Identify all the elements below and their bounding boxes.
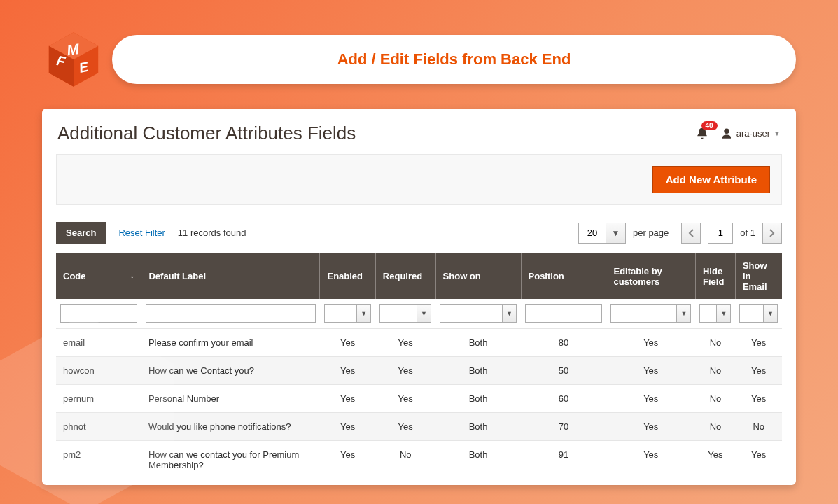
reset-filter-link[interactable]: Reset Filter	[118, 227, 165, 238]
cell-required: Yes	[375, 357, 435, 385]
chevron-down-icon: ▼	[677, 304, 691, 323]
chevron-down-icon: ▼	[357, 304, 371, 323]
page-size-input[interactable]	[578, 223, 606, 244]
col-header-email[interactable]: Show in Email	[735, 253, 782, 299]
filter-editable-select[interactable]: ▼	[610, 304, 692, 323]
filter-show-on-select[interactable]: ▼	[440, 304, 517, 323]
cell-email: Yes	[735, 357, 782, 385]
cell-hide: No	[695, 329, 735, 357]
chevron-down-icon: ▼	[417, 304, 431, 323]
svg-text:M: M	[66, 41, 81, 58]
cell-editable: Yes	[606, 329, 696, 357]
prev-page-button[interactable]	[681, 223, 701, 244]
cell-required: Yes	[375, 385, 435, 413]
cell-editable: Yes	[606, 413, 696, 441]
cell-editable: Yes	[606, 441, 696, 479]
search-button[interactable]: Search	[56, 222, 106, 244]
cell-email: No	[735, 413, 782, 441]
col-header-required[interactable]: Required	[375, 253, 435, 299]
col-header-show-on[interactable]: Show on	[435, 253, 521, 299]
fme-logo: M F E	[42, 28, 105, 91]
chevron-down-icon: ▼	[764, 304, 778, 323]
cell-enabled: Yes	[320, 329, 375, 357]
filter-required-select[interactable]: ▼	[379, 304, 431, 323]
cell-position: 80	[521, 329, 606, 357]
cell-email: Yes	[735, 329, 782, 357]
cell-position: 70	[521, 413, 606, 441]
cell-editable: Yes	[606, 357, 696, 385]
cell-required: Yes	[375, 413, 435, 441]
cell-enabled: Yes	[320, 357, 375, 385]
cell-show-on: Both	[435, 441, 521, 479]
watermark-logo	[0, 301, 196, 504]
cell-hide: No	[695, 357, 735, 385]
cell-hide: No	[695, 413, 735, 441]
notification-count: 40	[701, 121, 718, 130]
current-page-input[interactable]	[708, 223, 733, 244]
chevron-down-icon[interactable]: ▼	[606, 223, 626, 244]
cell-show-on: Both	[435, 357, 521, 385]
cell-email: Yes	[735, 385, 782, 413]
cell-enabled: Yes	[320, 413, 375, 441]
cell-editable: Yes	[606, 385, 696, 413]
cell-show-on: Both	[435, 385, 521, 413]
cell-show-on: Both	[435, 413, 521, 441]
filter-hide-select[interactable]: ▼	[699, 304, 731, 323]
filter-enabled-select[interactable]: ▼	[324, 304, 371, 323]
add-new-attribute-button[interactable]: Add New Attribute	[652, 166, 770, 193]
col-header-enabled[interactable]: Enabled	[320, 253, 375, 299]
col-header-editable[interactable]: Editable by customers	[606, 253, 696, 299]
grid-toolbar: Search Reset Filter 11 records found ▼ p…	[56, 222, 782, 244]
page-title: Additional Customer Attributes Fields	[57, 122, 356, 144]
cell-hide: No	[695, 385, 735, 413]
cell-enabled: Yes	[320, 385, 375, 413]
col-header-position[interactable]: Position	[521, 253, 606, 299]
svg-marker-0	[0, 314, 174, 504]
chevron-down-icon: ▼	[503, 304, 517, 323]
cell-required: Yes	[375, 329, 435, 357]
filter-position-input[interactable]	[525, 304, 602, 323]
banner-title-pill: Add / Edit Fields from Back End	[112, 35, 796, 84]
col-header-hide[interactable]: Hide Field	[695, 253, 735, 299]
cell-show-on: Both	[435, 329, 521, 357]
cell-enabled: Yes	[320, 441, 375, 479]
chevron-right-icon	[769, 229, 775, 237]
cell-position: 91	[521, 441, 606, 479]
notifications-button[interactable]: 40	[695, 127, 709, 141]
col-header-code[interactable]: Code↓	[56, 253, 141, 299]
next-page-button[interactable]	[762, 223, 782, 244]
records-found-label: 11 records found	[178, 227, 246, 238]
banner: M F E Add / Edit Fields from Back End	[42, 28, 796, 91]
cell-position: 60	[521, 385, 606, 413]
user-menu[interactable]: ara-user ▼	[720, 127, 781, 140]
cell-hide: Yes	[695, 441, 735, 479]
username: ara-user	[736, 128, 770, 139]
col-header-label[interactable]: Default Label	[141, 253, 320, 299]
cell-position: 50	[521, 357, 606, 385]
filter-email-select[interactable]: ▼	[739, 304, 778, 323]
chevron-left-icon	[688, 229, 694, 237]
chevron-down-icon: ▼	[774, 130, 781, 137]
page-of-label: of 1	[740, 227, 755, 238]
page-size-select[interactable]: ▼	[578, 223, 626, 244]
banner-title: Add / Edit Fields from Back End	[337, 50, 571, 69]
sort-down-icon: ↓	[130, 271, 134, 279]
user-icon	[720, 127, 733, 140]
cell-email: Yes	[735, 441, 782, 479]
action-bar: Add New Attribute	[56, 154, 782, 205]
chevron-down-icon: ▼	[717, 304, 731, 323]
per-page-label: per page	[633, 227, 669, 238]
cell-required: No	[375, 441, 435, 479]
